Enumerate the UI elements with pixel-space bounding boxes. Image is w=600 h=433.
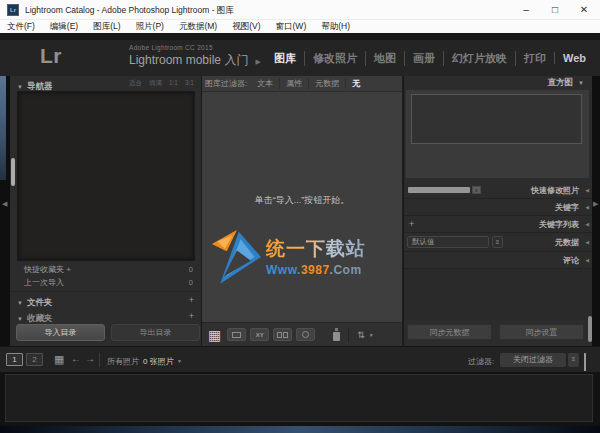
add-keyword-icon[interactable]: + <box>409 219 414 229</box>
second-window-button[interactable]: 2 <box>26 353 43 366</box>
window-title: Lightroom Catalog - Adobe Photoshop Ligh… <box>25 0 234 20</box>
filmstrip <box>0 372 600 426</box>
sort-direction-icon[interactable]: ⇅ <box>357 330 365 340</box>
histogram-collapse-icon[interactable]: ▼ <box>578 80 584 86</box>
folders-title: 文件夹 <box>27 297 53 307</box>
zoom-1-1[interactable]: 1:1 <box>169 79 178 88</box>
filter-menu-icon[interactable]: ≡ <box>568 353 579 367</box>
module-slideshow[interactable]: 幻灯片放映 <box>443 51 515 66</box>
maximize-button[interactable]: □ <box>541 0 569 20</box>
left-panel-scrollbar[interactable] <box>11 158 15 186</box>
import-button[interactable]: 导入目录 <box>16 324 105 341</box>
filmstrip-empty-tray[interactable] <box>5 374 593 422</box>
keywording-expand-icon[interactable]: ◀ <box>585 204 589 210</box>
metadata-preset-select[interactable]: 默认值 <box>407 236 489 248</box>
zoom-fit[interactable]: 适合 <box>129 79 142 88</box>
identity-plate[interactable]: Adobe Lightroom CC 2015 Lightroom mobile… <box>129 44 261 69</box>
compare-view-icon: XY <box>256 332 264 338</box>
histogram-display <box>411 94 582 144</box>
filmstrip-source-label[interactable]: 所有照片 <box>107 356 139 367</box>
keyword-list-section[interactable]: + 关键字列表 ◀ <box>404 215 592 232</box>
metadata-section[interactable]: 默认值 ≡ 元数据 ◀ <box>404 232 592 251</box>
identity-label: Lightroom mobile 入门 <box>129 53 248 67</box>
add-collection-icon[interactable]: + <box>189 311 194 321</box>
quick-collection-row[interactable]: 快捷收藏夹 + 0 <box>10 263 201 276</box>
previous-import-label: 上一次导入 <box>24 277 64 288</box>
identity-arrow-icon[interactable]: ▶ <box>255 58 260 65</box>
module-library[interactable]: 图库 <box>266 51 304 66</box>
grid-view-icon[interactable]: ▦ <box>208 328 221 342</box>
toolbar-divider <box>348 328 349 342</box>
module-map[interactable]: 地图 <box>365 51 404 66</box>
sync-settings-button[interactable]: 同步设置 <box>499 324 584 340</box>
filmstrip-filter-select[interactable]: 关闭过滤器 <box>500 353 566 367</box>
menu-library[interactable]: 图库(L) <box>93 21 120 33</box>
source-dropdown-icon[interactable]: ▼ <box>177 358 182 364</box>
menu-view[interactable]: 视图(V) <box>232 21 260 33</box>
loupe-view-button[interactable] <box>227 328 246 341</box>
left-panel: ▼导航器 适合 填满 1:1 3:1 快捷收藏夹 + 0 上一次导入 0 ▼文件… <box>10 76 202 346</box>
people-view-button[interactable] <box>296 328 315 341</box>
filter-metadata[interactable]: 元数据 <box>308 78 345 89</box>
sort-dropdown-icon[interactable]: ▼ <box>369 332 374 338</box>
filter-text[interactable]: 文本 <box>251 78 279 89</box>
menu-edit[interactable]: 编辑(E) <box>50 21 78 33</box>
right-panel-gutter[interactable] <box>592 76 600 346</box>
quick-develop-label: 快速修改照片 <box>531 185 579 196</box>
keywording-section[interactable]: 关键字 ◀ <box>404 198 592 215</box>
add-folder-icon[interactable]: + <box>189 295 194 305</box>
menu-file[interactable]: 文件(F) <box>7 21 35 33</box>
close-button[interactable]: ✕ <box>570 0 598 20</box>
quick-develop-expand-icon[interactable]: ◀ <box>585 187 589 193</box>
main-window-button[interactable]: 1 <box>6 353 23 366</box>
menu-window[interactable]: 窗口(W) <box>276 21 307 33</box>
histogram-header[interactable]: 直方图 ▼ <box>404 76 592 90</box>
sync-buttons-row: 同步元数据 同步设置 <box>404 322 592 342</box>
bottom-window-edge: ▼ <box>0 426 600 433</box>
navigator-header[interactable]: ▼导航器 适合 填满 1:1 3:1 <box>10 76 201 91</box>
top-panel-strip[interactable]: ▲ <box>0 33 600 40</box>
comments-section[interactable]: 评论 ◀ <box>404 251 592 268</box>
folders-collapse-icon[interactable]: ▼ <box>17 300 23 306</box>
titlebar[interactable]: Lr Lightroom Catalog - Adobe Photoshop L… <box>0 0 600 20</box>
collections-header[interactable]: ▼收藏夹 + <box>10 309 201 323</box>
back-arrow-icon[interactable]: ← <box>71 354 81 364</box>
metadata-label: 元数据 <box>555 237 579 248</box>
module-print[interactable]: 打印 <box>515 51 554 66</box>
folders-header[interactable]: ▼文件夹 + <box>10 291 201 307</box>
quick-develop-slider[interactable] <box>408 187 470 193</box>
quick-develop-section[interactable]: ≡ 快速修改照片 ◀ <box>404 182 592 198</box>
quick-develop-menu-icon[interactable]: ≡ <box>472 186 481 194</box>
keyword-list-expand-icon[interactable]: ◀ <box>585 221 589 227</box>
collections-collapse-icon[interactable]: ▼ <box>17 316 23 322</box>
navigator-collapse-icon[interactable]: ▼ <box>17 84 23 90</box>
left-collapse-icon[interactable]: ◀ <box>2 200 7 208</box>
previous-import-row[interactable]: 上一次导入 0 <box>10 276 201 289</box>
painter-icon[interactable] <box>333 328 340 341</box>
menu-help[interactable]: 帮助(H) <box>321 21 350 33</box>
right-panel-empty-area <box>404 268 592 320</box>
compare-view-button[interactable]: XY <box>250 328 269 341</box>
export-button[interactable]: 导出目录 <box>111 324 200 341</box>
minimize-button[interactable]: – <box>512 0 540 20</box>
right-collapse-icon[interactable]: ▶ <box>593 200 598 208</box>
module-web[interactable]: Web <box>554 52 594 64</box>
module-develop[interactable]: 修改照片 <box>304 51 365 66</box>
comments-expand-icon[interactable]: ◀ <box>585 257 589 263</box>
zoom-3-1[interactable]: 3:1 <box>185 79 194 88</box>
sync-metadata-button[interactable]: 同步元数据 <box>407 324 492 340</box>
menu-metadata[interactable]: 元数据(M) <box>179 21 217 33</box>
histogram-panel <box>406 90 589 178</box>
filter-none[interactable]: 无 <box>345 78 366 89</box>
metadata-expand-icon[interactable]: ◀ <box>585 239 589 245</box>
module-book[interactable]: 画册 <box>404 51 443 66</box>
menu-photo[interactable]: 照片(P) <box>136 21 164 33</box>
filter-attribute[interactable]: 属性 <box>279 78 308 89</box>
zoom-fill[interactable]: 填满 <box>149 79 162 88</box>
lock-icon[interactable] <box>584 354 593 366</box>
forward-arrow-icon[interactable]: → <box>85 354 95 364</box>
survey-view-button[interactable] <box>273 328 292 341</box>
people-view-icon <box>302 331 309 338</box>
grid-icon[interactable]: ▦ <box>54 354 64 365</box>
metadata-preset-menu-icon[interactable]: ≡ <box>492 236 503 248</box>
